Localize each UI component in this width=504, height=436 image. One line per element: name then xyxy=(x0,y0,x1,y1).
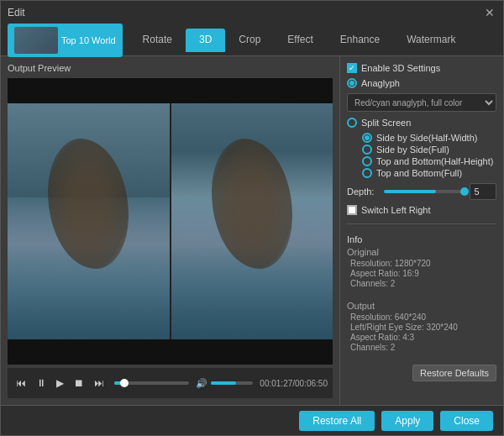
title-bar-left: Edit xyxy=(8,7,25,18)
original-resolution: Resolution: 1280*720 xyxy=(347,259,496,268)
output-label: Output xyxy=(347,301,496,311)
right-panel: Enable 3D Settings Anaglyph Red/cyan ana… xyxy=(339,56,503,405)
split-screen-label: Split Screen xyxy=(361,118,411,128)
volume-bar[interactable] xyxy=(211,381,253,385)
video-preview xyxy=(8,78,333,365)
volume-icon: 🔊 xyxy=(196,378,207,389)
enable-3d-checkbox[interactable] xyxy=(347,63,357,73)
original-channels: Channels: 2 xyxy=(347,279,496,288)
anaglyph-row: Anaglyph xyxy=(347,78,496,88)
enable-3d-label: Enable 3D Settings xyxy=(361,63,440,73)
time-total: 00:06:50 xyxy=(295,379,328,388)
time-display: 00:01:27/00:06:50 xyxy=(260,379,328,388)
play-button[interactable]: ▶ xyxy=(53,376,67,391)
side-by-side-full-label: Side by Side(Full) xyxy=(376,144,449,155)
side-by-side-half-label: Side by Side(Half-Width) xyxy=(376,133,477,143)
time-current: 00:01:27 xyxy=(260,379,292,388)
top-bottom-half-label: Top and Bottom(Half-Height) xyxy=(376,156,493,166)
side-by-side-full-row: Side by Side(Full) xyxy=(362,144,496,155)
video-black-top xyxy=(8,78,333,103)
info-section: Info Original Resolution: 1280*720 Aspec… xyxy=(347,234,496,353)
window-title: Edit xyxy=(8,7,25,18)
top-bottom-full-label: Top and Bottom(Full) xyxy=(376,168,462,178)
close-button[interactable]: Close xyxy=(440,411,493,431)
tab-3d[interactable]: 3D xyxy=(186,29,225,52)
progress-thumb xyxy=(120,379,129,387)
depth-label: Depth: xyxy=(347,186,379,197)
side-by-side-half-row: Side by Side(Half-Width) xyxy=(362,133,496,143)
controls-bar: ⏮ ⏸ ▶ ⏹ ⏭ 🔊 00:01:27/00:06:50 xyxy=(8,368,333,398)
top-bottom-half-row: Top and Bottom(Half-Height) xyxy=(362,156,496,166)
progress-fill xyxy=(114,381,124,385)
switch-lr-checkbox[interactable] xyxy=(347,205,357,215)
progress-bar[interactable] xyxy=(114,381,189,385)
anaglyph-radio[interactable] xyxy=(347,78,357,88)
depth-row: Depth: xyxy=(347,183,496,200)
split-screen-row: Split Screen xyxy=(347,118,496,128)
left-panel: Output Preview xyxy=(1,56,339,405)
video-left-half xyxy=(8,103,170,339)
original-label: Original xyxy=(347,247,496,257)
depth-slider-thumb xyxy=(460,187,469,196)
title-bar: Edit ✕ xyxy=(1,1,503,24)
split-screen-radio[interactable] xyxy=(347,118,357,128)
tab-preview-label: Top 10 World xyxy=(61,35,116,45)
output-aspect: Aspect Ratio: 4:3 xyxy=(347,333,496,342)
tab-watermark[interactable]: Watermark xyxy=(393,29,469,52)
edit-window: Edit ✕ Top 10 World Rotate 3D Crop Effec… xyxy=(0,0,504,436)
tab-bar: Top 10 World Rotate 3D Crop Effect Enhan… xyxy=(1,24,503,56)
tab-crop[interactable]: Crop xyxy=(225,29,274,52)
depth-slider-fill xyxy=(384,190,436,193)
side-by-side-half-radio[interactable] xyxy=(362,133,372,143)
output-eye-size: Left/Right Eye Size: 320*240 xyxy=(347,323,496,332)
video-image-area xyxy=(8,103,333,339)
top-bottom-full-row: Top and Bottom(Full) xyxy=(362,168,496,178)
top-bottom-half-radio[interactable] xyxy=(362,156,372,166)
side-by-side-full-radio[interactable] xyxy=(362,144,372,155)
info-title: Info xyxy=(347,234,496,244)
stop-button[interactable]: ⏹ xyxy=(71,376,87,391)
switch-lr-row: Switch Left Right xyxy=(347,205,496,215)
divider xyxy=(347,223,496,224)
preview-thumbnail xyxy=(14,27,58,54)
tab-preview[interactable]: Top 10 World xyxy=(8,24,123,57)
window-close-button[interactable]: ✕ xyxy=(483,6,496,19)
top-bottom-full-radio[interactable] xyxy=(362,168,372,178)
video-right-half xyxy=(171,103,333,339)
apply-button[interactable]: Apply xyxy=(381,411,433,431)
split-options: Side by Side(Half-Width) Side by Side(Fu… xyxy=(362,133,496,180)
tab-rotate[interactable]: Rotate xyxy=(129,29,186,52)
output-channels: Channels: 2 xyxy=(347,343,496,352)
play-next-button[interactable]: ⏭ xyxy=(91,376,108,391)
switch-lr-label: Switch Left Right xyxy=(361,205,431,215)
enable-3d-row: Enable 3D Settings xyxy=(347,63,496,73)
output-resolution: Resolution: 640*240 xyxy=(347,313,496,322)
original-aspect: Aspect Ratio: 16:9 xyxy=(347,269,496,278)
output-preview-label: Output Preview xyxy=(8,63,333,73)
bottom-bar: Restore All Apply Close xyxy=(1,405,503,435)
tab-effect[interactable]: Effect xyxy=(274,29,326,52)
play-prev-button[interactable]: ⏮ xyxy=(13,376,29,391)
depth-input[interactable] xyxy=(470,183,496,200)
pause-button[interactable]: ⏸ xyxy=(33,376,50,391)
anaglyph-select[interactable]: Red/cyan anaglyph, full color xyxy=(347,93,496,112)
restore-defaults-button[interactable]: Restore Defaults xyxy=(412,365,496,381)
anaglyph-label: Anaglyph xyxy=(361,78,400,88)
tab-enhance[interactable]: Enhance xyxy=(327,29,393,52)
depth-slider[interactable] xyxy=(384,190,465,193)
video-split xyxy=(8,103,333,339)
volume-fill xyxy=(211,381,236,385)
main-content: Output Preview xyxy=(1,56,503,405)
restore-all-button[interactable]: Restore All xyxy=(299,411,375,431)
video-black-bottom xyxy=(8,339,333,365)
